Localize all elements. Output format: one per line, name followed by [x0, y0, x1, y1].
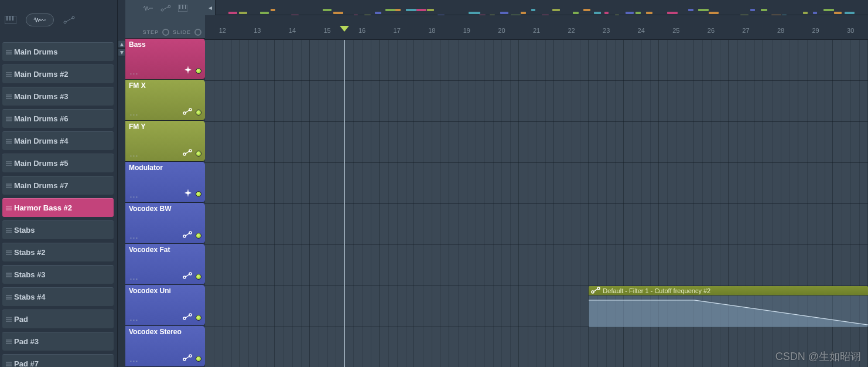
piano-roll-icon[interactable]	[5, 16, 16, 24]
svg-line-70	[186, 274, 189, 277]
track-mute-led[interactable]	[196, 274, 201, 280]
pattern-item[interactable]: Pad	[2, 310, 114, 328]
track-header[interactable]: FM Y ...	[125, 121, 205, 162]
svg-rect-57	[182, 5, 183, 9]
svg-point-75	[189, 355, 192, 357]
step-label: STEP	[142, 29, 159, 35]
automation-clip[interactable]: Default - Filter 1 - Cutoff frequency #2	[589, 286, 868, 327]
track-mute-led[interactable]	[196, 233, 201, 239]
automation-icon[interactable]	[63, 16, 75, 24]
ruler-bar-number: 26	[708, 27, 715, 34]
track-mute-led[interactable]	[196, 68, 201, 74]
pattern-item[interactable]: Main Drums #4	[2, 131, 114, 150]
track-menu-icon[interactable]: ...	[130, 274, 139, 281]
track-header[interactable]: Vocodex Uni ...	[125, 285, 205, 326]
pattern-label: Pad #3	[14, 337, 39, 346]
clip-label: Default - Filter 1 - Cutoff frequency #2	[603, 287, 710, 294]
pattern-label: Stabs	[14, 226, 35, 235]
pattern-item[interactable]: Main Drums #6	[2, 109, 114, 128]
ruler-bar-number: 12	[219, 27, 226, 34]
automation-icon	[591, 287, 600, 295]
pattern-label: Pad #7	[14, 359, 39, 367]
track-menu-icon[interactable]: ...	[130, 315, 139, 322]
overview-block	[813, 12, 817, 14]
track-menu-icon[interactable]: ...	[130, 110, 139, 117]
track-mute-led[interactable]	[196, 315, 201, 321]
slide-toggle[interactable]	[194, 29, 201, 36]
ruler-bar-number: 21	[533, 27, 540, 34]
overview-block	[271, 9, 275, 11]
grid-bar	[449, 40, 484, 367]
piano-roll-icon[interactable]	[178, 5, 187, 12]
pattern-item[interactable]: Main Drums #5	[2, 154, 114, 172]
pattern-toolbar	[0, 0, 117, 40]
svg-point-72	[189, 314, 192, 316]
overview-bar[interactable]: ◂	[205, 0, 868, 15]
track-mute-led[interactable]	[196, 110, 201, 115]
track-menu-icon[interactable]: ...	[130, 233, 139, 240]
pattern-item[interactable]: Main Drums #2	[2, 64, 114, 83]
track-mute-led[interactable]	[196, 356, 201, 362]
pattern-item[interactable]: Stabs #2	[2, 243, 114, 261]
overview-block	[573, 12, 578, 14]
overview-block	[834, 12, 842, 14]
playhead-marker-icon[interactable]	[340, 26, 349, 32]
timeline-ruler[interactable]: 12131415161718192021222324252627282930	[205, 15, 868, 40]
pattern-item[interactable]: Main Drums	[2, 42, 114, 61]
ruler-bar-number: 27	[742, 27, 749, 34]
automation-icon	[183, 354, 192, 363]
scroll-down-icon[interactable]: ▾	[118, 48, 125, 56]
track-menu-icon[interactable]: ...	[130, 192, 139, 199]
track-menu-icon[interactable]: ...	[130, 69, 139, 76]
track-mute-led[interactable]	[196, 151, 201, 157]
track-header[interactable]: Modulator ...	[125, 162, 205, 203]
svg-point-68	[183, 276, 186, 278]
track-name: Vocodex BW	[129, 205, 171, 213]
sparkle-icon	[184, 66, 192, 76]
pattern-item[interactable]: Stabs #3	[2, 265, 114, 284]
overview-block	[761, 9, 767, 11]
playlist[interactable]: ◂ 12131415161718192021222324252627282930…	[205, 0, 868, 367]
pattern-item[interactable]: Pad #7	[2, 354, 114, 367]
waveform-icon[interactable]	[143, 5, 153, 12]
pattern-item[interactable]: Pad #3	[2, 332, 114, 351]
track-header[interactable]: Vocodex Fat ...	[125, 244, 205, 285]
track-menu-icon[interactable]: ...	[130, 151, 139, 158]
ruler-bar-number: 23	[603, 27, 610, 34]
overview-block	[239, 12, 247, 14]
svg-line-73	[186, 315, 189, 318]
track-header[interactable]: Vocodex BW ...	[125, 203, 205, 244]
waveform-pill[interactable]	[26, 13, 54, 26]
automation-icon[interactable]	[160, 5, 171, 12]
pattern-label: Main Drums #7	[14, 181, 68, 190]
overview-block	[823, 9, 833, 11]
overview-block	[604, 12, 609, 14]
pattern-scrollbar[interactable]: ▴ ▾	[117, 0, 125, 367]
track-header[interactable]: Bass ...	[125, 39, 205, 80]
pattern-item[interactable]: Stabs	[2, 220, 114, 239]
track-header[interactable]: Vocodex Stereo ...	[125, 326, 205, 367]
pattern-item[interactable]: Main Drums #7	[2, 176, 114, 195]
ruler-bar-number: 19	[463, 27, 470, 34]
scroll-left-icon[interactable]: ◂	[205, 0, 216, 15]
playlist-grid[interactable]: Default - Filter 1 - Cutoff frequency #2	[205, 40, 868, 367]
pattern-item[interactable]: Harmor Bass #2	[2, 198, 114, 217]
ruler-bar-number: 20	[498, 27, 505, 34]
track-header[interactable]: FM X ...	[125, 80, 205, 121]
svg-point-59	[183, 112, 186, 114]
slide-label: SLIDE	[173, 29, 191, 35]
pattern-label: Main Drums #2	[14, 70, 68, 79]
pattern-list[interactable]: Main DrumsMain Drums #2Main Drums #3Main…	[0, 40, 117, 367]
overview-block	[228, 12, 237, 14]
scroll-up-icon[interactable]: ▴	[118, 40, 125, 48]
track-header-toolbar: STEP SLIDE	[125, 0, 205, 39]
automation-icon	[183, 231, 192, 240]
pattern-item[interactable]: Stabs #4	[2, 287, 114, 306]
svg-rect-56	[179, 5, 180, 9]
pattern-item[interactable]: Main Drums #3	[2, 87, 114, 106]
track-menu-icon[interactable]: ...	[130, 356, 139, 363]
track-name: FM X	[129, 81, 146, 90]
track-name: FM Y	[129, 123, 145, 131]
track-mute-led[interactable]	[196, 191, 201, 197]
step-toggle[interactable]	[162, 29, 169, 36]
